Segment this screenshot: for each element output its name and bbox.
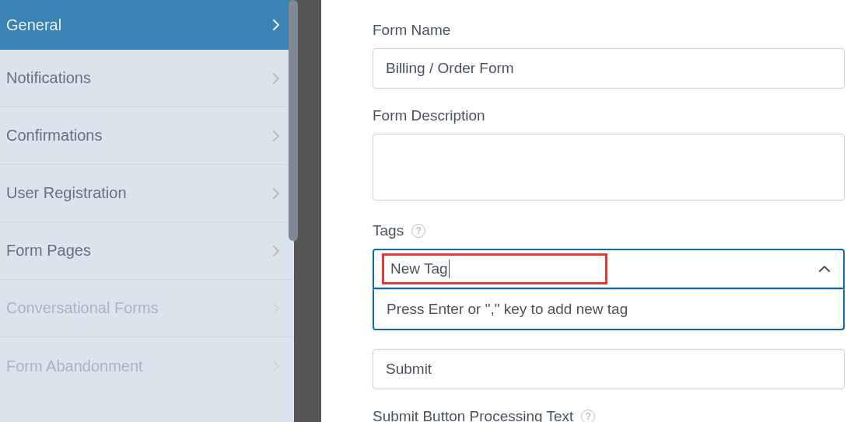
- chevron-right-icon: [272, 360, 280, 372]
- panel-divider-shadow: [294, 0, 321, 422]
- sidebar-scrollbar-thumb[interactable]: [289, 0, 298, 241]
- help-icon[interactable]: ?: [581, 410, 595, 422]
- sidebar-item-conversational-forms[interactable]: Conversational Forms: [0, 280, 294, 337]
- sidebar-item-user-registration[interactable]: User Registration: [0, 165, 294, 222]
- tags-input-highlight: New Tag: [382, 253, 607, 284]
- text-caret: [449, 260, 450, 278]
- tags-group: Tags ? New Tag Press Enter or "," key to…: [373, 222, 845, 330]
- sidebar-item-label: Form Pages: [6, 242, 91, 260]
- tags-label-row: Tags ?: [373, 222, 845, 239]
- tags-label: Tags: [373, 222, 404, 239]
- help-icon[interactable]: ?: [411, 224, 425, 238]
- form-name-group: Form Name: [373, 22, 845, 89]
- sidebar-item-label: Conversational Forms: [6, 299, 159, 317]
- sidebar-item-confirmations[interactable]: Confirmations: [0, 107, 294, 165]
- tags-combobox[interactable]: New Tag Press Enter or "," key to add ne…: [373, 249, 845, 330]
- chevron-right-icon: [272, 302, 280, 315]
- sidebar-item-label: Confirmations: [6, 127, 102, 145]
- sidebar-item-label: Notifications: [6, 69, 91, 87]
- sidebar-item-label: General: [6, 16, 61, 34]
- submit-processing-label-row: Submit Button Processing Text ?: [373, 408, 845, 422]
- form-description-input[interactable]: [373, 134, 845, 201]
- chevron-right-icon: [272, 72, 280, 85]
- sidebar-item-notifications[interactable]: Notifications: [0, 50, 294, 107]
- settings-sidebar: General Notifications Confirmations User…: [0, 0, 294, 422]
- submit-processing-label: Submit Button Processing Text: [373, 408, 573, 422]
- sidebar-item-form-abandonment[interactable]: Form Abandonment: [0, 337, 294, 395]
- form-description-label: Form Description: [373, 107, 845, 124]
- sidebar-item-label: User Registration: [6, 184, 127, 202]
- submit-button-text-input[interactable]: [373, 349, 845, 389]
- chevron-right-icon: [272, 187, 280, 200]
- tags-input-value: New Tag: [390, 260, 448, 277]
- tags-dropdown-hint: Press Enter or "," key to add new tag: [373, 289, 845, 330]
- form-name-label: Form Name: [373, 22, 845, 39]
- form-description-group: Form Description: [373, 107, 845, 204]
- sidebar-item-general[interactable]: General: [0, 0, 294, 50]
- main-panel: Form Name Form Description Tags ? New Ta…: [321, 0, 868, 422]
- chevron-right-icon: [272, 130, 280, 142]
- tags-input-box[interactable]: New Tag: [373, 249, 845, 289]
- sidebar-item-form-pages[interactable]: Form Pages: [0, 222, 294, 280]
- sidebar-item-label: Form Abandonment: [6, 357, 143, 375]
- chevron-up-icon[interactable]: [818, 262, 831, 276]
- form-name-input[interactable]: [373, 48, 845, 89]
- submit-button-text-group: [373, 349, 845, 389]
- chevron-right-icon: [272, 19, 280, 31]
- chevron-right-icon: [272, 245, 280, 257]
